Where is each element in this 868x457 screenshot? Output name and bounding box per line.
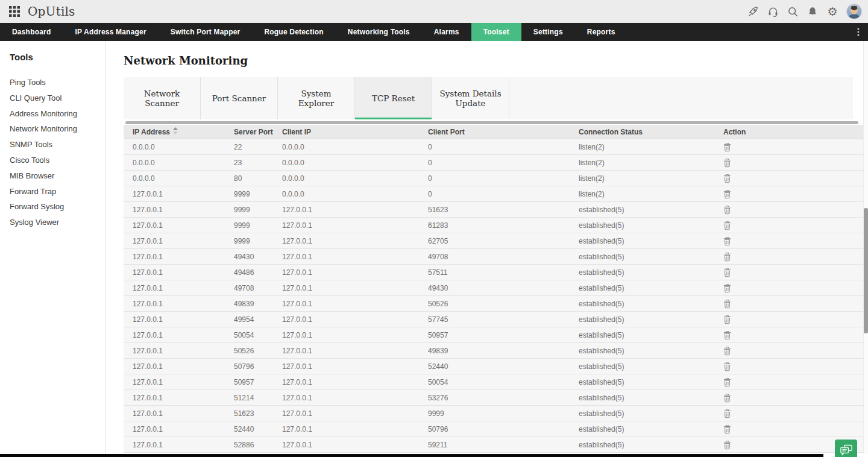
table-cell: 0 [428, 143, 579, 151]
trash-icon[interactable] [723, 236, 733, 246]
action-cell [723, 377, 863, 387]
apps-grid-icon[interactable] [9, 6, 20, 17]
sidebar-item-forward-syslog[interactable]: Forward Syslog [0, 199, 105, 215]
table-cell: 50796 [234, 362, 282, 371]
rocket-icon[interactable] [747, 5, 759, 17]
table-row: 0.0.0.0220.0.0.00listen(2) [124, 139, 863, 155]
table-cell: 52440 [234, 425, 282, 433]
table-cell: 127.0.0.1 [124, 253, 234, 261]
trash-icon[interactable] [723, 267, 733, 277]
trash-icon[interactable] [723, 424, 733, 434]
column-header-server-port[interactable]: Server Port [234, 128, 282, 136]
action-cell [723, 204, 863, 215]
sidebar-item-forward-trap[interactable]: Forward Trap [0, 184, 105, 200]
table-cell: established(5) [579, 409, 723, 418]
table-row: 127.0.0.152440127.0.0.150796established(… [124, 421, 863, 437]
horizontal-scrollbar-thumb[interactable] [125, 121, 858, 124]
sidebar-item-syslog-viewer[interactable]: Syslog Viewer [0, 215, 105, 230]
table-cell: 127.0.0.1 [124, 441, 234, 449]
table-cell: 127.0.0.1 [282, 331, 428, 339]
trash-icon[interactable] [723, 251, 733, 262]
table-cell: 57745 [428, 315, 579, 324]
table-cell: 127.0.0.1 [124, 221, 234, 230]
trash-icon[interactable] [723, 345, 733, 356]
table-cell: established(5) [579, 331, 723, 339]
action-cell [723, 314, 863, 324]
table-cell: established(5) [579, 362, 723, 371]
sidebar-item-cisco-tools[interactable]: Cisco Tools [0, 153, 105, 168]
column-header-action[interactable]: Action [723, 128, 863, 136]
table-row: 127.0.0.151623127.0.0.19999established(5… [124, 406, 863, 421]
table-row: 127.0.0.152886127.0.0.159211established(… [124, 437, 863, 453]
nav-item-dashboard[interactable]: Dashboard [0, 23, 63, 41]
table-cell: 49708 [234, 284, 282, 292]
nav-item-alarms[interactable]: Alarms [422, 23, 471, 41]
nav-item-toolset[interactable]: Toolset [471, 23, 521, 41]
action-cell [723, 157, 863, 168]
tab-port-scanner[interactable]: Port Scanner [201, 77, 278, 119]
trash-icon[interactable] [723, 220, 733, 230]
table-cell: 127.0.0.1 [282, 441, 428, 449]
tab-system-explorer[interactable]: System Explorer [278, 77, 355, 119]
column-header-client-ip[interactable]: Client IP [282, 128, 428, 136]
trash-icon[interactable] [723, 283, 733, 293]
trash-icon[interactable] [723, 392, 733, 403]
user-avatar[interactable] [846, 4, 862, 19]
trash-icon[interactable] [723, 204, 733, 215]
tab-network-scanner[interactable]: Network Scanner [124, 77, 201, 119]
table-cell: 50796 [428, 425, 579, 433]
nav-item-reports[interactable]: Reports [575, 23, 627, 41]
sort-asc-icon [173, 127, 178, 136]
trash-icon[interactable] [723, 440, 733, 450]
trash-icon[interactable] [723, 408, 733, 418]
table-row: 127.0.0.149430127.0.0.149708established(… [124, 249, 863, 265]
tab-system-details-update[interactable]: System Details Update [432, 77, 509, 119]
nav-item-rogue-detection[interactable]: Rogue Detection [252, 23, 335, 41]
sidebar-item-mib-browser[interactable]: MIB Browser [0, 168, 105, 184]
column-header-label: Connection Status [579, 128, 643, 136]
search-icon[interactable] [787, 5, 799, 17]
trash-icon[interactable] [723, 361, 733, 371]
table-cell: 9999 [234, 221, 282, 230]
tab-tcp-reset[interactable]: TCP Reset [355, 77, 432, 119]
nav-item-networking-tools[interactable]: Networking Tools [336, 23, 422, 41]
trash-icon[interactable] [723, 142, 733, 152]
sidebar-item-address-monitoring[interactable]: Address Monitoring [0, 106, 105, 122]
trash-icon[interactable] [723, 157, 733, 168]
trash-icon[interactable] [723, 377, 733, 387]
chat-button[interactable] [835, 440, 857, 457]
sidebar-item-network-monitoring[interactable]: Network Monitoring [0, 121, 105, 137]
table-cell: established(5) [579, 206, 723, 214]
trash-icon[interactable] [723, 173, 733, 183]
vertical-scrollbar-track[interactable] [863, 41, 868, 454]
table-cell: established(5) [579, 425, 723, 433]
nav-item-ip-address-manager[interactable]: IP Address Manager [63, 23, 158, 41]
app-title: OpUtils [28, 4, 75, 19]
table-cell: 127.0.0.1 [282, 284, 428, 292]
table-row: 127.0.0.19999127.0.0.151623established(5… [124, 202, 863, 218]
gear-icon[interactable]: ⚙ [826, 5, 838, 17]
chat-bubbles-icon [840, 444, 853, 456]
sidebar-item-cli-query-tool[interactable]: CLI Query Tool [0, 90, 105, 106]
column-header-connection-status[interactable]: Connection Status [579, 128, 723, 136]
vertical-scrollbar-thumb[interactable] [864, 208, 868, 333]
table-row: 127.0.0.199990.0.0.00listen(2) [124, 186, 863, 202]
bell-icon[interactable] [807, 5, 819, 17]
headset-icon[interactable] [767, 5, 779, 17]
nav-item-settings[interactable]: Settings [521, 23, 575, 41]
trash-icon[interactable] [723, 330, 733, 340]
tool-tabs: Network ScannerPort ScannerSystem Explor… [124, 77, 853, 119]
table-header-row: IP AddressServer PortClient IPClient Por… [124, 125, 863, 139]
nav-item-switch-port-mapper[interactable]: Switch Port Mapper [159, 23, 253, 41]
trash-icon[interactable] [723, 314, 733, 324]
trash-icon[interactable] [723, 189, 733, 199]
table-row: 127.0.0.149486127.0.0.157511established(… [124, 265, 863, 280]
sidebar-item-ping-tools[interactable]: Ping Tools [0, 75, 105, 90]
table-cell: 49486 [234, 268, 282, 277]
column-header-client-port[interactable]: Client Port [428, 128, 579, 136]
sidebar-item-snmp-tools[interactable]: SNMP Tools [0, 137, 105, 153]
trash-icon[interactable] [723, 298, 733, 309]
kebab-menu-icon[interactable]: ⋮ [852, 23, 864, 41]
table-cell: 57511 [428, 268, 579, 277]
column-header-ip-address[interactable]: IP Address [124, 127, 234, 136]
